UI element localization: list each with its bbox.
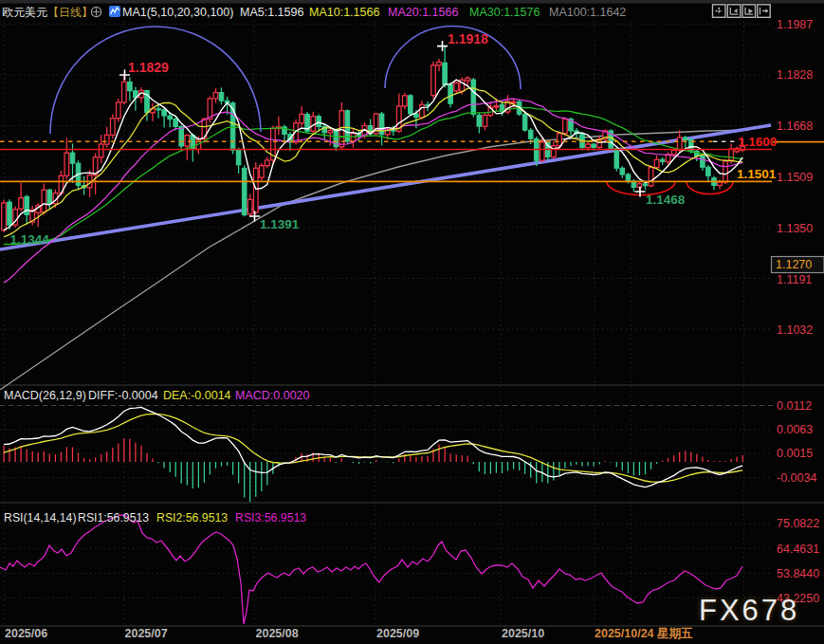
svg-text:64.4631: 64.4631: [777, 543, 819, 556]
svg-text:2025/09: 2025/09: [376, 627, 419, 640]
svg-text:RSI3:56.9513: RSI3:56.9513: [235, 511, 306, 524]
svg-text:0.0112: 0.0112: [777, 399, 812, 413]
svg-text:2025/10: 2025/10: [502, 627, 544, 640]
svg-text:1.1829: 1.1829: [128, 60, 169, 75]
svg-text:-0.0034: -0.0034: [777, 471, 816, 485]
svg-text:1.1918: 1.1918: [448, 31, 488, 46]
svg-text:MA100:1.1642: MA100:1.1642: [549, 6, 626, 19]
svg-text:RSI2:56.9513: RSI2:56.9513: [156, 511, 228, 524]
svg-text:2025/08: 2025/08: [256, 627, 299, 640]
svg-text:2025/07: 2025/07: [125, 627, 168, 640]
svg-text:1.1344: 1.1344: [10, 232, 50, 247]
svg-text:1.1032: 1.1032: [777, 323, 813, 337]
svg-text:DIFF:-0.0004: DIFF:-0.0004: [88, 389, 158, 402]
svg-text:0.0015: 0.0015: [777, 447, 813, 460]
svg-text:MA1(5,10,20,30,100): MA1(5,10,20,30,100): [122, 6, 233, 19]
svg-text:2025/10/24 星期五: 2025/10/24 星期五: [595, 627, 693, 640]
svg-text:1.1270: 1.1270: [776, 258, 812, 271]
svg-text:MACD(26,12,9): MACD(26,12,9): [4, 389, 86, 402]
svg-text:53.8440: 53.8440: [777, 567, 819, 580]
svg-text:1.1468: 1.1468: [646, 193, 686, 207]
svg-text:FX678: FX678: [699, 594, 799, 627]
svg-text:DEA:-0.0014: DEA:-0.0014: [163, 389, 231, 402]
svg-text:1.1509: 1.1509: [777, 171, 813, 184]
svg-text:RSI1:56.9513: RSI1:56.9513: [78, 511, 149, 524]
svg-text:1.1668: 1.1668: [777, 120, 813, 133]
svg-text:1.1828: 1.1828: [777, 68, 813, 82]
svg-text:0.0063: 0.0063: [777, 423, 813, 436]
svg-text:欧元美元: 欧元美元: [2, 6, 47, 19]
svg-text:MA10:1.1566: MA10:1.1566: [309, 6, 379, 19]
svg-text:75.0822: 75.0822: [777, 517, 819, 530]
svg-text:MACD:0.0020: MACD:0.0020: [235, 389, 310, 402]
svg-text:MA30:1.1576: MA30:1.1576: [469, 6, 540, 19]
svg-text:1.1191: 1.1191: [777, 273, 812, 286]
svg-text:1.1350: 1.1350: [777, 222, 813, 235]
svg-text:2025/06: 2025/06: [5, 627, 47, 640]
svg-text:1.1391: 1.1391: [260, 217, 300, 231]
svg-text:1.1987: 1.1987: [777, 18, 813, 31]
svg-text:MA20:1.1566: MA20:1.1566: [388, 6, 458, 19]
svg-text:【日线】: 【日线】: [47, 6, 93, 19]
svg-text:RSI(14,14,14): RSI(14,14,14): [4, 511, 77, 524]
svg-text:1.1501: 1.1501: [737, 167, 777, 181]
svg-text:MA5:1.1596: MA5:1.1596: [240, 6, 303, 19]
svg-text:1.1600: 1.1600: [738, 135, 777, 149]
